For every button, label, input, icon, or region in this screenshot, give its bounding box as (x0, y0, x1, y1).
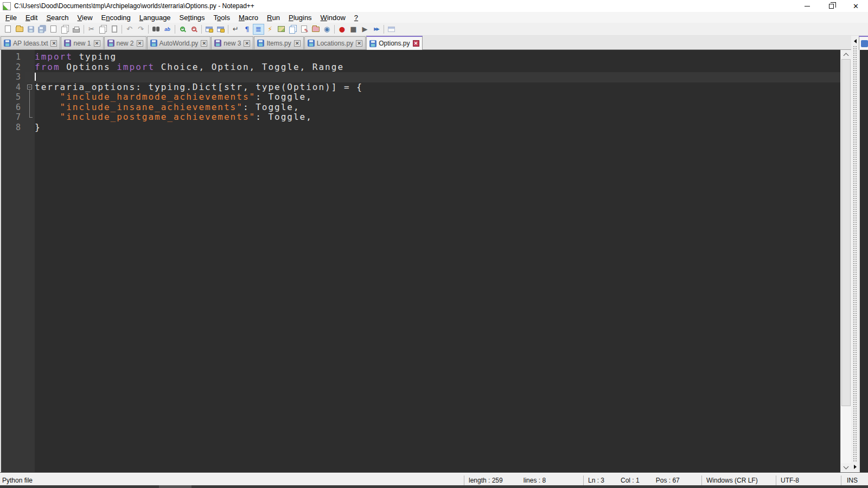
close-file-button[interactable] (48, 24, 59, 35)
tab-autoworld-py[interactable]: AutoWorld.py✕ (147, 36, 211, 49)
redo-button[interactable]: ↷ (135, 24, 146, 35)
tab-options-py[interactable]: Options.py✕ (366, 36, 422, 50)
chevron-up-icon (844, 53, 849, 59)
code-line-8[interactable]: 8} (1, 123, 840, 133)
tab-close-icon[interactable]: ✕ (201, 40, 207, 47)
playback-macro-button[interactable]: ▶ (359, 24, 371, 35)
code-line-2[interactable]: 2from Options import Choice, Option, Tog… (1, 62, 840, 73)
tab-items-py[interactable]: Items.py✕ (254, 36, 303, 49)
secondary-view-editor[interactable] (859, 50, 868, 472)
menu-item-macro[interactable]: Macro (234, 12, 263, 23)
code-line-1[interactable]: 1import typing (1, 52, 840, 62)
menu-item-help[interactable]: ? (350, 12, 362, 23)
zoom-in-button[interactable]: + (177, 24, 188, 35)
tab-close-icon[interactable]: ✕ (137, 40, 143, 47)
splitter-collapse-left-icon[interactable] (854, 39, 857, 43)
menu-item-language[interactable]: Language (135, 12, 175, 23)
tab-label: new 1 (73, 40, 91, 47)
edit-popup-marker-button[interactable] (298, 24, 310, 35)
fold-margin[interactable]: − (25, 82, 35, 93)
code-line-4[interactable]: 4−terraria_options: typing.Dict[str, typ… (1, 82, 840, 93)
tab-locations-py[interactable]: Locations.py✕ (304, 36, 366, 49)
splitter-collapse-right-icon[interactable] (854, 465, 857, 469)
menu-item-settings[interactable]: Settings (175, 12, 209, 23)
menu-item-search[interactable]: Search (42, 12, 73, 23)
toolbar: ✂↶↷ab+−↵¶≣⚡◉●■▶▶▶ (0, 23, 868, 36)
view-monitoring-button[interactable]: ◉ (321, 24, 333, 35)
tab-close-icon[interactable]: ✕ (244, 40, 250, 47)
scrollbar-thumb[interactable] (841, 59, 851, 406)
copy-button[interactable] (97, 24, 108, 35)
tab-new-1[interactable]: new 1✕ (61, 36, 103, 49)
document-map-button[interactable] (276, 24, 287, 35)
word-wrap-button[interactable]: ↵ (230, 24, 241, 35)
minimize-button[interactable] (795, 0, 819, 12)
window-title: C:\Users\Dood\Documents\tmp\Archipelago\… (14, 2, 254, 10)
close-button[interactable]: ✕ (844, 0, 868, 12)
replace-button[interactable]: ab (162, 24, 173, 35)
save-recorded-macro-button[interactable] (386, 24, 397, 35)
vertical-scrollbar[interactable] (840, 50, 851, 472)
code-line-7[interactable]: 7 "include_postgame_achievements": Toggl… (1, 112, 840, 123)
restore-button[interactable] (819, 0, 844, 12)
floppy-icon (214, 40, 221, 47)
save-file-button[interactable] (25, 24, 36, 35)
menu-item-run[interactable]: Run (263, 12, 284, 23)
undo-button[interactable]: ↶ (124, 24, 135, 35)
open-file-button[interactable] (14, 24, 25, 35)
menu-item-encoding[interactable]: Encoding (97, 12, 135, 23)
show-indent-guide-button[interactable]: ≣ (253, 24, 264, 35)
tab-close-icon[interactable]: ✕ (413, 40, 419, 47)
floppy-icon (861, 40, 868, 47)
synchronize-horizontal-scrolling-button[interactable] (215, 24, 226, 35)
tab-new-3[interactable]: new 3✕ (211, 36, 253, 49)
menu-item-file[interactable]: File (1, 12, 21, 23)
menu-item-plugins[interactable]: Plugins (284, 12, 316, 23)
save-all-button[interactable] (36, 24, 48, 35)
code-line-5[interactable]: 5 "include_hardmode_achievements": Toggl… (1, 92, 840, 102)
status-encoding[interactable]: UTF-8 (776, 476, 841, 485)
run-macro-multiple-times-button[interactable]: ▶▶ (371, 24, 382, 35)
stop-macro-recording-button[interactable]: ■ (348, 24, 359, 35)
code-editor[interactable]: 1import typing2from Options import Choic… (0, 50, 840, 472)
restore-icon (829, 4, 834, 9)
document-switcher-button[interactable] (287, 24, 298, 35)
print-button[interactable] (71, 24, 82, 35)
tab-close-icon[interactable]: ✕ (94, 40, 100, 47)
menu-item-view[interactable]: View (73, 12, 97, 23)
tab-close-icon[interactable]: ✕ (294, 40, 301, 47)
status-insert-mode[interactable]: INS (841, 476, 868, 485)
menu-item-tools[interactable]: Tools (209, 12, 234, 23)
status-eol-format[interactable]: Windows (CR LF) (701, 476, 776, 485)
find-button[interactable] (150, 24, 162, 35)
status-length-section: length : 259 lines : 8 (464, 476, 583, 485)
splitter-grip[interactable] (853, 46, 857, 463)
view-splitter[interactable] (851, 36, 859, 472)
open-containing-folder-button[interactable] (310, 24, 321, 35)
fold-margin (25, 123, 35, 133)
tab-new-2[interactable]: new 2✕ (104, 36, 146, 49)
synchronize-vertical-scrolling-button[interactable] (203, 24, 215, 35)
paste-button[interactable] (108, 24, 120, 35)
tab-close-icon[interactable]: ✕ (50, 40, 57, 47)
tab-ap-ideas-txt[interactable]: AP Ideas.txt✕ (1, 36, 60, 49)
fold-margin (25, 52, 35, 62)
show-all-characters-button[interactable]: ¶ (241, 24, 253, 35)
code-line-3[interactable]: 3 (1, 72, 840, 82)
function-completion-button[interactable]: ⚡ (264, 24, 276, 35)
scroll-up-button[interactable] (841, 50, 851, 59)
tab-close-icon[interactable]: ✕ (356, 40, 362, 47)
menu-item-edit[interactable]: Edit (21, 12, 42, 23)
scrollbar-track[interactable] (841, 406, 851, 463)
close-all-button[interactable] (59, 24, 71, 35)
fold-collapse-icon[interactable]: − (27, 85, 32, 89)
code-line-6[interactable]: 6 "include_insane_achievements": Toggle, (1, 102, 840, 113)
cut-button[interactable]: ✂ (86, 24, 97, 35)
menu-item-window[interactable]: Window (316, 12, 350, 23)
zoom-out-button[interactable]: − (188, 24, 200, 35)
secondary-view-tab[interactable] (859, 36, 868, 50)
scroll-down-button[interactable] (841, 463, 851, 472)
new-file-button[interactable] (2, 24, 14, 35)
start-macro-recording-button[interactable]: ● (336, 24, 348, 35)
fold-margin (25, 102, 35, 113)
